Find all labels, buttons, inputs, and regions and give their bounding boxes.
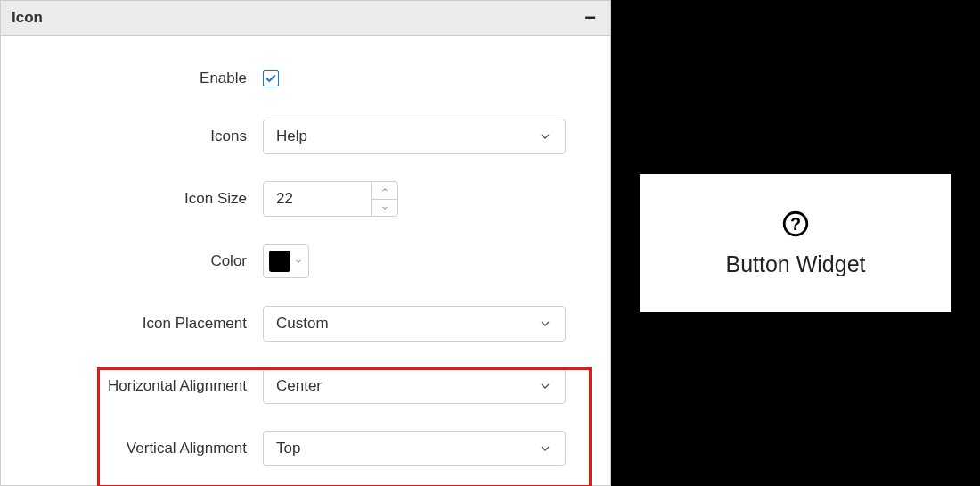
form: Enable Icons Help Icon Size 22 xyxy=(1,36,610,480)
icons-value: Help xyxy=(276,128,307,145)
panel-title: Icon xyxy=(12,9,43,27)
color-swatch xyxy=(269,251,290,272)
enable-label: Enable xyxy=(1,70,263,87)
icon-size-value[interactable]: 22 xyxy=(264,182,371,216)
stepper-down[interactable] xyxy=(372,199,397,217)
color-picker[interactable] xyxy=(263,244,309,278)
stepper-up[interactable] xyxy=(372,182,397,199)
icons-select[interactable]: Help xyxy=(263,119,566,154)
placement-value: Custom xyxy=(276,315,329,333)
check-icon xyxy=(265,72,277,85)
chevron-down-icon xyxy=(380,203,389,212)
chevron-down-icon xyxy=(538,317,552,331)
panel-header[interactable]: Icon − xyxy=(1,1,610,36)
enable-checkbox[interactable] xyxy=(263,70,279,86)
chevron-down-icon xyxy=(538,129,552,144)
highlight-box xyxy=(97,367,592,486)
placement-select[interactable]: Custom xyxy=(263,306,566,342)
icon-settings-panel: Icon − Enable Icons Help Icon Size xyxy=(0,0,611,486)
placement-label: Icon Placement xyxy=(1,315,263,333)
row-color: Color xyxy=(1,230,610,292)
svg-text:?: ? xyxy=(790,214,801,234)
chevron-down-icon xyxy=(294,257,303,266)
row-icons: Icons Help xyxy=(1,105,610,168)
collapse-icon[interactable]: − xyxy=(581,6,600,29)
icons-label: Icons xyxy=(1,128,263,145)
button-widget-label: Button Widget xyxy=(725,251,865,277)
button-widget-card[interactable]: ? Button Widget xyxy=(640,174,951,312)
row-icon-size: Icon Size 22 xyxy=(1,168,610,230)
row-placement: Icon Placement Custom xyxy=(1,292,610,355)
chevron-up-icon xyxy=(380,185,389,194)
row-enable: Enable xyxy=(1,52,610,105)
help-icon: ? xyxy=(780,209,811,243)
preview-panel: ? Button Widget xyxy=(611,0,980,486)
icon-size-label: Icon Size xyxy=(1,190,263,208)
icon-size-stepper[interactable]: 22 xyxy=(263,181,398,217)
color-label: Color xyxy=(1,252,263,270)
